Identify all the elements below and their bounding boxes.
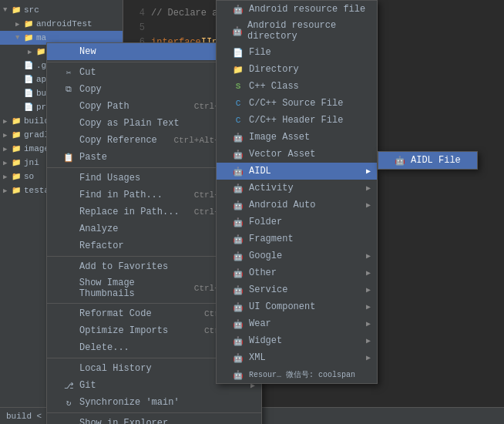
- menu-item-label: AIDL: [249, 166, 271, 177]
- submenu-arrow: ▶: [366, 285, 371, 294]
- menu-item-label: Widget: [249, 335, 282, 346]
- menu-item-label: Show Image Thumbnails: [79, 278, 194, 299]
- folder-icon: 📁: [11, 130, 22, 140]
- submenu-new-directory[interactable]: 📁 Directory: [217, 61, 377, 78]
- submenu-arrow: ▶: [366, 183, 371, 193]
- submenu-new-ui-component[interactable]: 🤖 UI Component ▶: [217, 298, 377, 315]
- menu-item-label: C++ Class: [249, 81, 299, 92]
- expand-arrow: ▶: [3, 131, 11, 140]
- submenu-arrow: ▶: [366, 353, 371, 362]
- menu-item-label: Add to Favorites: [79, 261, 168, 272]
- file-icon: 📄: [232, 48, 244, 58]
- folder-icon: 📁: [35, 46, 46, 57]
- menu-item-label: Replace in Path...: [79, 207, 180, 217]
- folder-icon: 📁: [11, 116, 22, 126]
- submenu-new-android-resource-file[interactable]: 🤖 Android resource file: [217, 1, 377, 18]
- submenu-new-activity[interactable]: 🤖 Activity ▶: [217, 180, 377, 197]
- cpp-source-icon: C: [232, 99, 244, 108]
- menu-item-label: Android resource file: [249, 4, 365, 15]
- menu-item-label: Show in Explorer: [79, 418, 168, 424]
- expand-arrow: ▶: [3, 159, 11, 167]
- android-icon: 🤖: [232, 251, 244, 261]
- menu-item-label: Vector Asset: [249, 149, 315, 160]
- submenu-new-folder[interactable]: 🤖 Folder: [217, 214, 377, 231]
- menu-item-label: Copy Reference: [79, 135, 157, 146]
- menu-item-show-explorer[interactable]: Show in Explorer: [47, 415, 261, 424]
- menu-item-label: Local History: [79, 363, 152, 374]
- submenu-new-service[interactable]: 🤖 Service ▶: [217, 281, 377, 298]
- submenu-arrow: ▶: [366, 251, 371, 261]
- android-icon: 🤖: [232, 26, 243, 36]
- submenu-new-image-asset[interactable]: 🤖 Image Asset: [217, 129, 377, 146]
- submenu-new-cpp-source[interactable]: C C/C++ Source File: [217, 95, 377, 112]
- android-icon: 🤖: [232, 234, 244, 244]
- sidebar-item-label: androidTest: [36, 19, 92, 29]
- submenu-new-resource-file[interactable]: 🤖 Resour… 微信号: coolspan: [217, 366, 377, 383]
- directory-icon: 📁: [232, 65, 244, 75]
- sidebar-item-label: ma: [36, 33, 46, 42]
- folder-icon: 📁: [11, 157, 22, 168]
- submenu-arrow: ▶: [366, 268, 371, 278]
- menu-item-label: Git: [79, 380, 96, 391]
- android-icon: 🤖: [232, 319, 244, 329]
- menu-item-label: Activity: [249, 183, 294, 193]
- android-icon: 🤖: [232, 370, 244, 380]
- folder-icon: 📁: [11, 5, 22, 15]
- menu-item-label: Android Auto: [249, 200, 315, 210]
- sidebar-item-label: src: [24, 5, 39, 15]
- expand-arrow: ▼: [15, 34, 23, 42]
- submenu-new-cpp-class[interactable]: S C++ Class: [217, 78, 377, 95]
- menu-item-label: Optimize Imports: [79, 325, 168, 336]
- submenu-new-xml[interactable]: 🤖 XML ▶: [217, 349, 377, 366]
- android-icon: 🤖: [232, 150, 244, 160]
- file-icon: 📄: [23, 88, 34, 99]
- menu-item-label: Google: [249, 251, 282, 261]
- submenu-new-vector-asset[interactable]: 🤖 Vector Asset: [217, 146, 377, 163]
- menu-item-label: Image Asset: [249, 132, 310, 143]
- expand-arrow: ▼: [3, 6, 11, 14]
- android-icon: 🤖: [232, 353, 244, 363]
- copy-icon: ⧉: [62, 85, 75, 94]
- folder-icon: 📁: [11, 171, 22, 182]
- expand-arrow: ▶: [28, 48, 35, 56]
- submenu-aidl-file[interactable]: 🤖 AIDL File: [378, 152, 477, 169]
- sidebar-item-src[interactable]: ▼ 📁 src: [0, 3, 123, 17]
- folder-icon: 📁: [11, 185, 22, 196]
- submenu-arrow: ▶: [366, 200, 371, 210]
- submenu-new-android-resource-dir[interactable]: 🤖 Android resource directory: [217, 18, 377, 44]
- line-number: 5: [129, 21, 145, 35]
- submenu-new-google[interactable]: 🤖 Google ▶: [217, 247, 377, 264]
- android-icon: 🤖: [232, 336, 244, 346]
- build-label: build <: [6, 412, 42, 421]
- submenu-new-widget[interactable]: 🤖 Widget ▶: [217, 332, 377, 349]
- sidebar-item-androidtest[interactable]: ▶ 📁 androidTest: [0, 17, 123, 31]
- menu-item-label: Folder: [249, 217, 282, 227]
- menu-item-label: UI Component: [249, 301, 315, 312]
- submenu-new-other[interactable]: 🤖 Other ▶: [217, 264, 377, 281]
- android-icon: 🤖: [232, 133, 244, 143]
- menu-item-label: File: [249, 47, 271, 58]
- submenu-new-wear[interactable]: 🤖 Wear ▶: [217, 315, 377, 332]
- file-icon: 📄: [23, 74, 34, 85]
- paste-icon: 📋: [62, 153, 75, 163]
- menu-item-synchronize[interactable]: ↻ Synchronize 'main': [47, 394, 261, 411]
- file-icon: 📄: [23, 60, 34, 71]
- menu-item-label: Paste: [79, 152, 107, 163]
- submenu-new-aidl[interactable]: 🤖 AIDL ▶: [217, 163, 377, 180]
- menu-item-label: Other: [249, 268, 277, 278]
- expand-arrow: ▶: [3, 187, 11, 195]
- android-icon: 🤖: [232, 5, 244, 15]
- menu-item-label: Find Usages: [79, 173, 140, 183]
- submenu-new-file[interactable]: 📄 File: [217, 44, 377, 61]
- sync-icon: ↻: [62, 398, 75, 408]
- menu-item-label: Copy Path: [79, 101, 129, 112]
- submenu-new-android-auto[interactable]: 🤖 Android Auto ▶: [217, 197, 377, 214]
- line-number: 4: [129, 6, 145, 21]
- expand-arrow: ▶: [15, 20, 23, 29]
- submenu-new-cpp-header[interactable]: C C/C++ Header File: [217, 112, 377, 129]
- folder-icon: 📁: [23, 32, 34, 43]
- submenu-arrow: ▶: [366, 319, 371, 328]
- submenu-new-fragment[interactable]: 🤖 Fragment: [217, 231, 377, 247]
- cpp-class-icon: S: [232, 82, 244, 91]
- folder-icon: 📁: [23, 19, 34, 29]
